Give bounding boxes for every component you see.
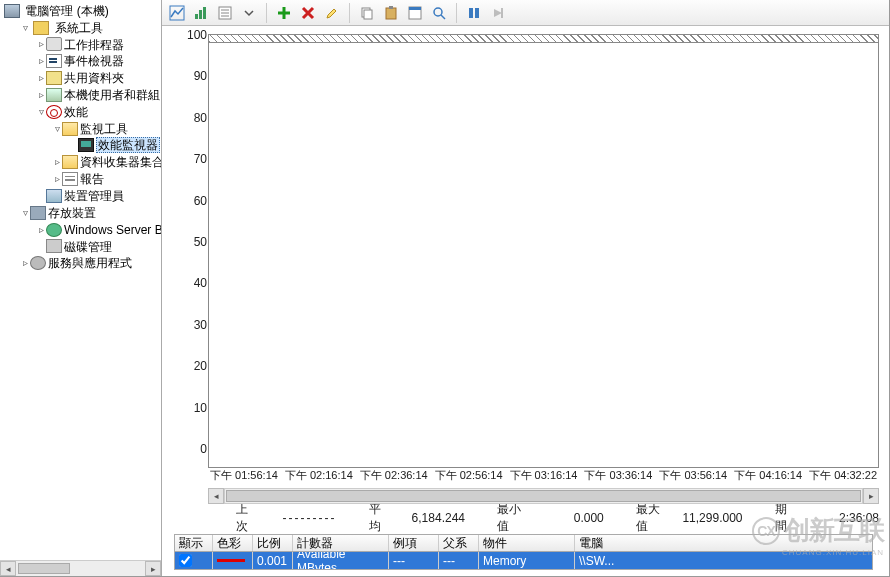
backup-icon bbox=[46, 223, 62, 237]
svg-rect-17 bbox=[475, 8, 479, 18]
storage-icon bbox=[30, 206, 46, 220]
expand-icon[interactable]: ▹ bbox=[52, 154, 62, 170]
scroll-thumb[interactable] bbox=[18, 563, 70, 574]
monitor-icon bbox=[78, 138, 94, 152]
view-report-button[interactable] bbox=[214, 2, 236, 24]
expand-icon[interactable]: ▹ bbox=[36, 36, 46, 52]
tools-icon bbox=[33, 21, 49, 35]
tree-users-groups[interactable]: ▹本機使用者和群組 bbox=[36, 86, 161, 103]
expand-icon[interactable]: ▿ bbox=[52, 121, 62, 137]
zoom-button[interactable] bbox=[428, 2, 450, 24]
view-graph-button[interactable] bbox=[166, 2, 188, 24]
tree-label: 系統工具 bbox=[55, 21, 103, 35]
gear-icon bbox=[30, 256, 46, 270]
tree-device-manager[interactable]: 裝置管理員 bbox=[36, 187, 161, 204]
tree-label: 效能 bbox=[64, 105, 88, 119]
properties-button[interactable] bbox=[404, 2, 426, 24]
separator bbox=[349, 3, 350, 23]
scroll-left-button[interactable]: ◂ bbox=[0, 561, 16, 576]
content-panel: 1009080706050403020100 下午 01:56:14下午 02:… bbox=[162, 0, 889, 576]
tree-horizontal-scrollbar[interactable]: ◂ ▸ bbox=[0, 560, 161, 576]
separator bbox=[266, 3, 267, 23]
highlight-button[interactable] bbox=[321, 2, 343, 24]
tree-label: 本機使用者和群組 bbox=[64, 88, 160, 102]
copy-button[interactable] bbox=[356, 2, 378, 24]
tree-reports[interactable]: ▹報告 bbox=[52, 170, 161, 187]
tree-services-apps[interactable]: ▹服務與應用程式 bbox=[20, 254, 161, 271]
y-axis-labels: 1009080706050403020100 bbox=[171, 35, 207, 449]
dropdown-button[interactable] bbox=[238, 2, 260, 24]
scroll-track[interactable] bbox=[224, 488, 863, 504]
grid-cell-show[interactable] bbox=[175, 552, 213, 569]
device-manager-icon bbox=[46, 189, 62, 203]
delete-counter-button[interactable] bbox=[297, 2, 319, 24]
navigation-tree[interactable]: 電腦管理 (本機) ▿ 系統工具 ▹工作排程器 ▹事件檢視器 ▹共用資料夾 ▹本… bbox=[0, 0, 161, 271]
chart-area: 1009080706050403020100 下午 01:56:14下午 02:… bbox=[162, 26, 889, 576]
tree-label: 服務與應用程式 bbox=[48, 256, 132, 270]
svg-rect-13 bbox=[409, 7, 421, 10]
expand-icon[interactable]: ▹ bbox=[36, 53, 46, 69]
svg-rect-3 bbox=[203, 7, 206, 19]
tree-system-tools[interactable]: ▿ 系統工具 ▹工作排程器 ▹事件檢視器 ▹共用資料夾 ▹本機使用者和群組 ▿效… bbox=[20, 19, 161, 204]
tree-disk-mgmt[interactable]: 磁碟管理 bbox=[36, 238, 161, 255]
expand-icon[interactable]: ▹ bbox=[36, 70, 46, 86]
view-histogram-button[interactable] bbox=[190, 2, 212, 24]
users-icon bbox=[46, 88, 62, 102]
shared-folder-icon bbox=[46, 71, 62, 85]
scroll-track[interactable] bbox=[16, 561, 145, 576]
tree-root[interactable]: 電腦管理 (本機) ▿ 系統工具 ▹工作排程器 ▹事件檢視器 ▹共用資料夾 ▹本… bbox=[4, 2, 161, 271]
freeze-display-button[interactable] bbox=[463, 2, 485, 24]
svg-line-15 bbox=[441, 15, 445, 19]
performance-icon bbox=[46, 105, 62, 119]
tree-event-viewer[interactable]: ▹事件檢視器 bbox=[36, 52, 161, 69]
tree-label: Windows Server Backu.. bbox=[64, 223, 162, 237]
tree-label: 裝置管理員 bbox=[64, 189, 124, 203]
svg-rect-1 bbox=[195, 14, 198, 19]
perfmon-toolbar bbox=[162, 0, 889, 26]
grid-header-show[interactable]: 顯示 bbox=[175, 535, 213, 551]
tree-storage[interactable]: ▿存放裝置 ▹Windows Server Backu.. 磁碟管理 bbox=[20, 204, 161, 254]
computer-icon bbox=[4, 4, 20, 18]
tree-data-collector[interactable]: ▹資料收集器集合工具 bbox=[52, 153, 161, 170]
folder-icon bbox=[62, 122, 78, 136]
tree-label: 磁碟管理 bbox=[64, 239, 112, 253]
svg-rect-10 bbox=[386, 8, 396, 19]
svg-point-14 bbox=[434, 8, 442, 16]
show-checkbox[interactable] bbox=[179, 554, 192, 567]
tree-label: 監視工具 bbox=[80, 122, 128, 136]
add-counter-button[interactable] bbox=[273, 2, 295, 24]
tree-server-backup[interactable]: ▹Windows Server Backu.. bbox=[36, 221, 161, 238]
tree-label: 資料收集器集合工具 bbox=[80, 155, 162, 169]
tree-monitoring-tools[interactable]: ▿監視工具 效能監視器 bbox=[52, 120, 161, 154]
expand-icon[interactable]: ▹ bbox=[36, 87, 46, 103]
expand-icon[interactable]: ▿ bbox=[36, 104, 46, 120]
chart-plot[interactable]: 1009080706050403020100 bbox=[208, 34, 879, 468]
svg-rect-16 bbox=[469, 8, 473, 18]
tree-performance[interactable]: ▿效能 ▿監視工具 效能監視器 ▹資料收集器集合工具 ▹報 bbox=[36, 103, 161, 187]
tree-label: 報告 bbox=[80, 172, 104, 186]
scheduler-icon bbox=[46, 37, 62, 51]
tree-label: 工作排程器 bbox=[64, 37, 124, 51]
tree-label: 效能監視器 bbox=[96, 137, 160, 153]
paste-button[interactable] bbox=[380, 2, 402, 24]
svg-rect-2 bbox=[199, 10, 202, 19]
expand-icon[interactable]: ▿ bbox=[20, 20, 30, 36]
event-viewer-icon bbox=[46, 54, 62, 68]
tree-shared-folders[interactable]: ▹共用資料夾 bbox=[36, 69, 161, 86]
scroll-thumb[interactable] bbox=[226, 490, 861, 502]
tree-perf-monitor[interactable]: 效能監視器 bbox=[68, 137, 161, 154]
disk-icon bbox=[46, 239, 62, 253]
expand-icon[interactable]: ▿ bbox=[20, 205, 30, 221]
expand-icon[interactable]: ▹ bbox=[52, 171, 62, 187]
scroll-right-button[interactable]: ▸ bbox=[145, 561, 161, 576]
tree-scheduler[interactable]: ▹工作排程器 bbox=[36, 36, 161, 53]
svg-rect-9 bbox=[364, 10, 372, 19]
update-data-button[interactable] bbox=[487, 2, 509, 24]
tree-label: 存放裝置 bbox=[48, 206, 96, 220]
expand-icon[interactable]: ▹ bbox=[36, 222, 46, 238]
expand-icon[interactable]: ▹ bbox=[20, 255, 30, 271]
report-icon bbox=[62, 172, 78, 186]
separator bbox=[456, 3, 457, 23]
svg-rect-11 bbox=[389, 6, 393, 9]
time-scrollbar[interactable]: ◂ ▸ bbox=[208, 488, 879, 504]
